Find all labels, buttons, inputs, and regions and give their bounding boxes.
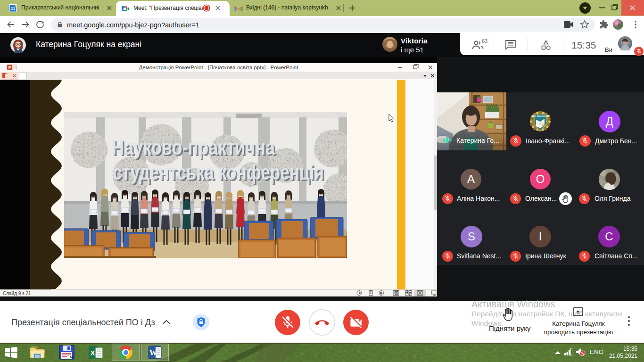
svg-text:64: 64 <box>70 355 74 359</box>
svg-text:студентська конференція: студентська конференція <box>113 160 324 184</box>
svg-text:63: 63 <box>482 39 487 44</box>
svg-text:W: W <box>149 349 157 357</box>
svg-text:Івано-Франківський: Івано-Франківський <box>531 115 550 117</box>
svg-text:Ω: Ω <box>542 123 545 127</box>
svg-text:Науково-практична: Науково-практична <box>112 135 275 159</box>
svg-text:21: 21 <box>10 6 15 11</box>
svg-text:Α: Α <box>538 121 541 125</box>
svg-text:X: X <box>90 349 95 357</box>
